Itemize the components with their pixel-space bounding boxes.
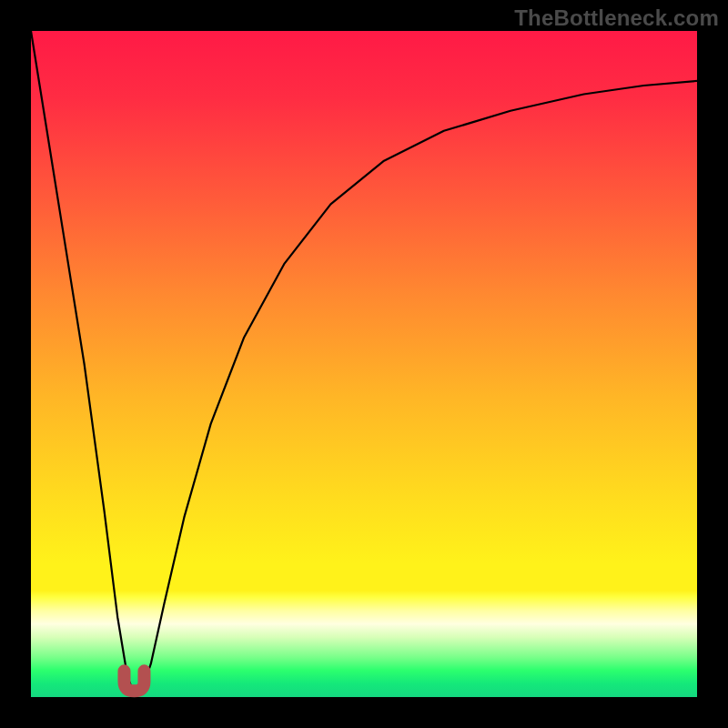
plot-area — [31, 31, 697, 697]
watermark-text: TheBottleneck.com — [514, 5, 719, 31]
bottleneck-curve — [31, 31, 697, 693]
curve-svg — [31, 31, 697, 697]
optimal-marker — [124, 671, 144, 691]
chart-frame: TheBottleneck.com — [0, 0, 728, 728]
